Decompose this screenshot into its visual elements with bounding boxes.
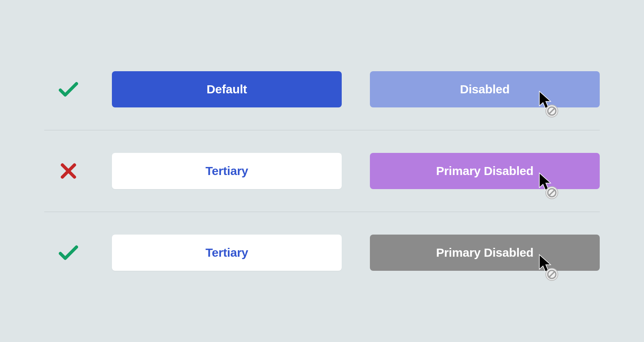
tertiary-button[interactable]: Tertiary <box>112 153 342 189</box>
not-allowed-cursor-icon <box>539 172 559 200</box>
example-row-3: Tertiary Primary Disabled <box>44 212 600 293</box>
tertiary-button[interactable]: Tertiary <box>112 235 342 271</box>
svg-point-4 <box>548 189 556 197</box>
example-row-1: Default Disabled <box>44 49 600 130</box>
svg-point-6 <box>546 268 558 280</box>
not-allowed-cursor-icon <box>539 254 559 281</box>
button-pair: Default Disabled <box>112 71 600 107</box>
svg-line-5 <box>549 190 555 196</box>
button-label: Tertiary <box>205 164 248 178</box>
svg-line-2 <box>549 108 555 114</box>
svg-point-0 <box>546 105 558 117</box>
svg-point-3 <box>546 187 558 199</box>
check-icon <box>59 81 78 97</box>
check-icon <box>59 245 78 261</box>
primary-disabled-button: Primary Disabled <box>370 235 600 271</box>
button-label: Tertiary <box>205 246 248 260</box>
x-icon <box>60 163 76 179</box>
button-pair: Tertiary Primary Disabled <box>112 235 600 271</box>
button-label: Primary Disabled <box>436 246 534 260</box>
button-label: Primary Disabled <box>436 164 534 178</box>
status-do <box>44 245 93 261</box>
default-button[interactable]: Default <box>112 71 342 107</box>
example-row-2: Tertiary Primary Disabled <box>44 130 600 212</box>
disabled-button: Disabled <box>370 71 600 107</box>
svg-point-7 <box>548 270 556 278</box>
button-label: Disabled <box>460 82 510 96</box>
svg-line-8 <box>549 272 555 277</box>
design-guidance-examples: Default Disabled <box>44 49 600 293</box>
primary-disabled-button: Primary Disabled <box>370 153 600 189</box>
button-pair: Tertiary Primary Disabled <box>112 153 600 189</box>
svg-point-1 <box>548 107 556 115</box>
status-do <box>44 81 93 97</box>
button-label: Default <box>206 82 247 96</box>
not-allowed-cursor-icon <box>539 91 559 118</box>
status-dont <box>44 163 93 179</box>
